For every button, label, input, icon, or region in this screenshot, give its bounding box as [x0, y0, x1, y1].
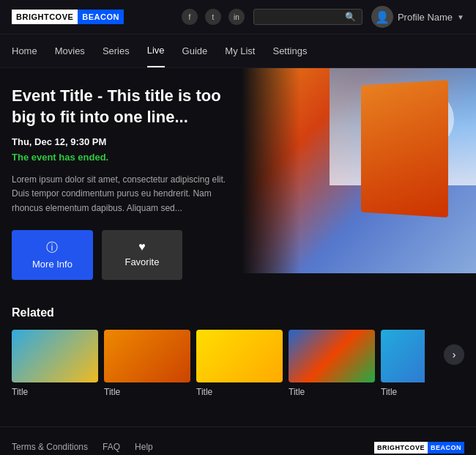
nav-item-series[interactable]: Series: [103, 35, 130, 67]
nav-item-settings[interactable]: Settings: [272, 35, 307, 67]
terms-link[interactable]: Terms & Conditions: [12, 442, 88, 452]
logo-beacon: BEACON: [78, 10, 124, 24]
heart-icon: ♥: [138, 240, 146, 254]
event-date: Thu, Dec 12, 9:30 PM: [12, 136, 237, 147]
related-row: Title Title Title Title Title ›: [12, 330, 464, 397]
search-icon[interactable]: 🔍: [345, 12, 356, 22]
logo-brightcove: BRIGHTCOVE: [12, 10, 78, 24]
card-thumbnail: [12, 330, 98, 382]
more-info-button[interactable]: ⓘ More Info: [12, 230, 93, 280]
footer-logo-brightcove: BRIGHTCOVE: [374, 442, 428, 454]
card-title: Title: [12, 387, 98, 397]
card-thumbnail: [381, 330, 425, 382]
event-info: Event Title - This title is too big to f…: [0, 68, 249, 295]
header-right: f t in 🔍 👤 Profile Name ▼: [182, 6, 464, 28]
nav-item-movies[interactable]: Movies: [55, 35, 85, 67]
profile-area[interactable]: 👤 Profile Name ▼: [371, 6, 464, 28]
event-title: Event Title - This title is too big to f…: [12, 86, 237, 127]
card-title: Title: [381, 387, 425, 397]
footer-logo-beacon: BEACON: [428, 442, 464, 454]
more-info-label: More Info: [32, 259, 72, 270]
profile-name: Profile Name: [398, 12, 453, 23]
event-description: Lorem ipsum dolor sit amet, consectetur …: [12, 173, 237, 215]
card-title: Title: [104, 387, 190, 397]
nav-item-guide[interactable]: Guide: [182, 35, 208, 67]
list-item[interactable]: Title: [104, 330, 190, 397]
related-section: Related Title Title Title Title Title ›: [0, 295, 476, 404]
logo: BRIGHTCOVE BEACON: [12, 10, 124, 24]
help-link[interactable]: Help: [135, 442, 153, 452]
card-title: Title: [289, 387, 375, 397]
card-thumbnail: [289, 330, 375, 382]
event-status: The event has ended.: [12, 152, 237, 163]
footer-logo: BRIGHTCOVE BEACON: [374, 442, 464, 454]
next-button[interactable]: ›: [444, 344, 464, 365]
nav: Home Movies Series Live Guide My List Se…: [0, 34, 476, 68]
list-item[interactable]: Title: [381, 330, 425, 397]
hero-image: [242, 68, 476, 273]
facebook-icon[interactable]: f: [182, 9, 198, 25]
social-icons: f t in: [182, 9, 245, 25]
related-title: Related: [12, 306, 464, 319]
faq-link[interactable]: FAQ: [103, 442, 120, 452]
nav-item-mylist[interactable]: My List: [225, 35, 255, 67]
header: BRIGHTCOVE BEACON f t in 🔍 👤 Profile Nam…: [0, 0, 476, 34]
favorite-button[interactable]: ♥ Favorite: [102, 230, 182, 280]
nav-item-home[interactable]: Home: [12, 35, 37, 67]
footer: Terms & Conditions FAQ Help BRIGHTCOVE B…: [0, 426, 476, 455]
card-thumbnail: [196, 330, 283, 382]
info-icon: ⓘ: [46, 240, 58, 256]
nav-item-live[interactable]: Live: [147, 34, 165, 67]
footer-content: Terms & Conditions FAQ Help BRIGHTCOVE B…: [0, 426, 476, 455]
list-item[interactable]: Title: [289, 330, 375, 397]
instagram-icon[interactable]: in: [228, 9, 245, 25]
card-thumbnail: [104, 330, 190, 382]
search-input[interactable]: [260, 12, 341, 22]
chevron-down-icon: ▼: [457, 13, 464, 21]
card-title: Title: [196, 387, 283, 397]
avatar: 👤: [371, 6, 393, 28]
event-buttons: ⓘ More Info ♥ Favorite: [12, 230, 237, 280]
twitter-icon[interactable]: t: [205, 9, 221, 25]
favorite-label: Favorite: [124, 256, 159, 267]
content-area: Event Title - This title is too big to f…: [0, 68, 476, 295]
list-item[interactable]: Title: [12, 330, 98, 397]
footer-links: Terms & Conditions FAQ Help: [12, 442, 153, 452]
search-bar[interactable]: 🔍: [253, 9, 362, 25]
list-item[interactable]: Title: [196, 330, 283, 397]
